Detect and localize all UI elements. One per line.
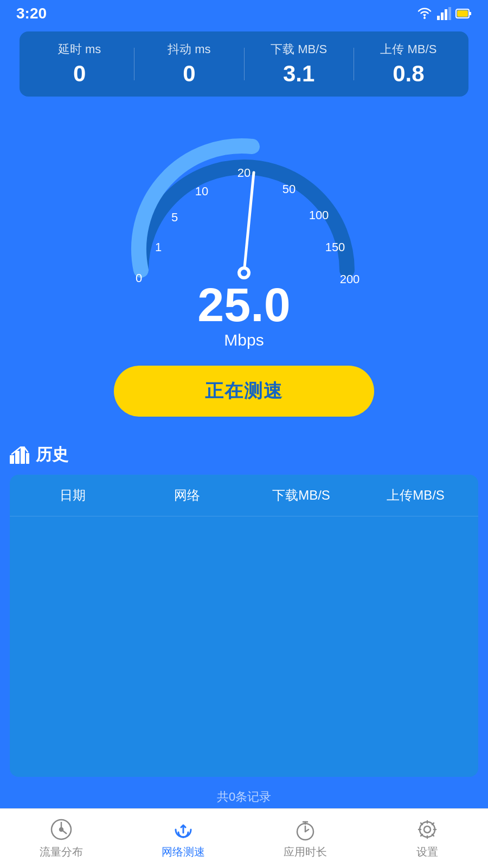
col-download: 下载MB/S (244, 487, 358, 504)
svg-rect-6 (469, 12, 471, 15)
col-upload: 上传MB/S (358, 487, 473, 504)
nav-label-speedtest: 网络测速 (162, 845, 205, 859)
svg-rect-2 (441, 12, 444, 20)
svg-rect-20 (10, 455, 14, 464)
settings-icon (415, 818, 439, 841)
svg-text:200: 200 (340, 272, 360, 286)
nav-label-settings: 设置 (416, 845, 438, 859)
history-chart-icon (10, 446, 29, 464)
svg-text:0: 0 (136, 271, 142, 285)
speedometer-svg: 0 1 5 10 20 50 100 150 200 (108, 113, 380, 297)
svg-rect-7 (457, 10, 468, 17)
svg-rect-4 (448, 7, 451, 20)
svg-rect-3 (445, 9, 447, 20)
status-icons (416, 7, 472, 20)
col-network: 网络 (130, 487, 244, 504)
records-count: 共0条记录 (0, 782, 488, 812)
latency-value: 0 (25, 61, 134, 87)
status-bar: 3:20 (0, 0, 488, 27)
nav-item-speedtest[interactable]: 网络测速 (122, 818, 244, 859)
svg-rect-23 (26, 453, 29, 464)
svg-text:20: 20 (237, 166, 251, 180)
test-button[interactable]: 正在测速 (114, 366, 374, 417)
svg-point-25 (60, 828, 63, 831)
history-section: 历史 日期 网络 下载MB/S 上传MB/S (0, 427, 488, 782)
col-date: 日期 (15, 487, 130, 504)
speedometer-container: 0 1 5 10 20 50 100 150 200 25.0 M (0, 97, 488, 427)
speedtest-icon (171, 818, 195, 841)
nav-label-timer: 应用时长 (284, 845, 327, 859)
bottom-nav: 流量分布 网络测速 应用时长 (0, 808, 488, 868)
jitter-stat: 抖动 ms 0 (134, 41, 243, 87)
stats-bar: 延时 ms 0 抖动 ms 0 下载 MB/S 3.1 上传 MB/S 0.8 (20, 31, 468, 97)
nav-item-settings[interactable]: 设置 (366, 818, 488, 859)
download-stat: 下载 MB/S 3.1 (245, 41, 354, 87)
history-table: 日期 网络 下载MB/S 上传MB/S (10, 475, 478, 777)
download-value: 3.1 (245, 61, 354, 87)
history-header: 日期 网络 下载MB/S 上传MB/S (10, 475, 478, 516)
history-body (10, 516, 478, 777)
svg-rect-1 (437, 16, 440, 20)
nav-label-traffic: 流量分布 (40, 845, 83, 859)
svg-point-0 (423, 17, 426, 19)
svg-rect-21 (15, 451, 20, 464)
svg-rect-22 (21, 446, 25, 464)
jitter-value: 0 (134, 61, 243, 87)
svg-text:150: 150 (325, 240, 345, 254)
speed-unit: Mbps (224, 331, 264, 349)
history-label: 历史 (36, 444, 68, 466)
svg-point-28 (420, 822, 435, 837)
upload-stat: 上传 MB/S 0.8 (354, 41, 463, 87)
history-title: 历史 (10, 444, 478, 466)
download-label: 下载 MB/S (245, 41, 354, 58)
svg-text:1: 1 (155, 240, 162, 254)
jitter-label: 抖动 ms (134, 41, 243, 58)
upload-label: 上传 MB/S (354, 41, 463, 58)
svg-text:50: 50 (282, 182, 296, 196)
svg-point-19 (241, 270, 247, 276)
nav-item-traffic[interactable]: 流量分布 (0, 818, 122, 859)
svg-point-27 (424, 826, 431, 833)
wifi-icon (416, 7, 433, 20)
status-time: 3:20 (16, 5, 47, 22)
timer-icon (293, 818, 317, 841)
latency-stat: 延时 ms 0 (25, 41, 134, 87)
signal-icon (437, 7, 451, 20)
svg-text:100: 100 (309, 208, 329, 222)
upload-value: 0.8 (354, 61, 463, 87)
battery-icon (455, 7, 472, 20)
nav-item-timer[interactable]: 应用时长 (244, 818, 366, 859)
latency-label: 延时 ms (25, 41, 134, 58)
speedometer: 0 1 5 10 20 50 100 150 200 (108, 113, 380, 297)
traffic-icon (49, 818, 73, 841)
svg-line-17 (244, 173, 254, 273)
svg-text:10: 10 (195, 184, 208, 198)
svg-text:5: 5 (171, 210, 178, 224)
